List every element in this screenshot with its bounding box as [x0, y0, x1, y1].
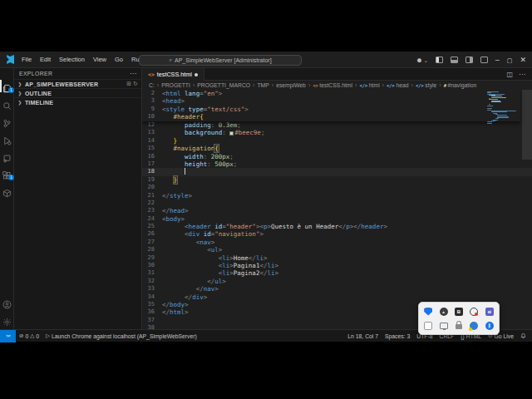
- code-line-27[interactable]: 27 <nav>: [142, 239, 532, 246]
- menu-file[interactable]: File: [18, 54, 35, 65]
- menu-edit[interactable]: Edit: [37, 54, 54, 65]
- menu-view[interactable]: View: [90, 54, 110, 65]
- editor-scrollbar[interactable]: [522, 90, 532, 160]
- code-line-28[interactable]: 28 <ul>: [142, 246, 532, 254]
- search-icon: ⌕: [169, 57, 172, 63]
- security-shield-icon[interactable]: [424, 308, 432, 316]
- breadcrumb-item[interactable]: esempiWeb: [276, 82, 306, 88]
- breadcrumb-item[interactable]: C:: [149, 82, 155, 88]
- breadcrumb-separator: ›: [192, 82, 195, 88]
- code-line-20[interactable]: 20: [142, 184, 532, 191]
- lock-icon[interactable]: [456, 324, 462, 329]
- code-line-14[interactable]: 14 }: [142, 137, 532, 145]
- remote-explorer-icon[interactable]: [2, 151, 12, 160]
- code-line-34[interactable]: 34 </div>: [142, 293, 532, 301]
- sidebar-section-timeline[interactable]: ❯TIMELINE: [14, 97, 141, 106]
- code-line-21[interactable]: 21</style>: [142, 192, 532, 200]
- breadcrumb-separator: ›: [308, 82, 311, 88]
- close-button[interactable]: ✕: [520, 57, 526, 64]
- line-content: [162, 168, 185, 175]
- line-content: <body>: [162, 215, 185, 223]
- code-line-3[interactable]: 3<head>: [142, 97, 520, 105]
- breadcrumb-item[interactable]: </>head: [387, 82, 409, 88]
- breadcrumb-separator: ›: [382, 82, 385, 88]
- copilot-menu-icon[interactable]: ☻⌄: [416, 57, 427, 64]
- sidebar-section-outline[interactable]: ❯OUTLINE: [14, 88, 141, 97]
- code-line-12[interactable]: 12 padding: 0.3em;: [142, 121, 532, 129]
- code-line-17[interactable]: 17 height: 500px;: [142, 160, 532, 168]
- red-swirl-app-icon[interactable]: [470, 308, 478, 316]
- modified-dot-icon[interactable]: [195, 73, 198, 76]
- code-line-15[interactable]: 15 #navigation{: [142, 145, 532, 152]
- container-cube-icon[interactable]: [2, 186, 12, 195]
- account-icon[interactable]: [2, 298, 12, 307]
- problems-status[interactable]: ⊘ 0 △ 0: [16, 332, 42, 339]
- code-line-2[interactable]: 2<html lang="en">: [142, 90, 520, 97]
- code-line-29[interactable]: 29 <li>Home</li>: [142, 254, 532, 262]
- breadcrumb-item[interactable]: TMP: [257, 82, 268, 88]
- toggle-panel-icon[interactable]: [451, 57, 458, 63]
- search-sidebar-icon[interactable]: [2, 99, 12, 108]
- notifications-bell-icon[interactable]: [517, 332, 530, 339]
- b-app-icon[interactable]: B: [455, 308, 463, 316]
- toggle-sidebar-icon[interactable]: [436, 57, 443, 63]
- code-line-22[interactable]: 22: [142, 200, 532, 207]
- symbol-tag-icon: </>: [359, 83, 367, 88]
- code-line-25[interactable]: 25 <header id="header"><p>Questo è un He…: [142, 223, 532, 230]
- menu-selection[interactable]: Selection: [56, 54, 88, 65]
- command-center-search[interactable]: ⌕ AP_SimpleWebServer [Administrator]: [139, 55, 302, 66]
- toggle-secondary-sidebar-icon[interactable]: [466, 57, 473, 63]
- code-line-10[interactable]: 10 #header{: [142, 113, 520, 121]
- purple-app-icon[interactable]: ai: [485, 308, 494, 316]
- explorer-more-icon[interactable]: ⋯: [130, 70, 136, 77]
- remote-indicator[interactable]: ><: [0, 330, 16, 342]
- code-line-23[interactable]: 23</head>: [142, 207, 532, 214]
- code-line-13[interactable]: 13 background: #beec9e;: [142, 129, 532, 136]
- split-editor-icon[interactable]: ◫: [506, 71, 513, 78]
- breadcrumb-item[interactable]: PROGETTI: [161, 82, 190, 88]
- sidebar-section-ap_simplewebserver[interactable]: ❯AP_SIMPLEWEBSERVER⊞ ↻: [14, 79, 141, 88]
- section-actions[interactable]: ⊞ ↻: [126, 81, 138, 87]
- breadcrumb-item[interactable]: <>testCSS.html: [313, 82, 352, 88]
- minimize-button[interactable]: –: [495, 57, 500, 64]
- breadcrumb-item[interactable]: </>html: [359, 82, 379, 88]
- code-line-32[interactable]: 32 </ul>: [142, 278, 532, 285]
- explorer-icon[interactable]: 1: [2, 81, 12, 91]
- sticky-scroll[interactable]: 2<html lang="en">3<head>9<style type="te…: [142, 90, 520, 121]
- user-alert-icon[interactable]: [470, 322, 478, 330]
- minimap-line: [497, 117, 509, 118]
- code-line-18[interactable]: 18: [142, 168, 532, 175]
- tab-testcss[interactable]: <> testCSS.html: [142, 68, 204, 81]
- code-line-30[interactable]: 30 <li>Pagina1</li>: [142, 262, 532, 269]
- editor-more-icon[interactable]: ⋯: [519, 71, 525, 78]
- menu-go[interactable]: Go: [111, 54, 126, 65]
- bluetooth-icon[interactable]: ᛒ: [485, 322, 494, 330]
- code-line-19[interactable]: 19 }: [142, 176, 532, 184]
- breadcrumb-item[interactable]: PROGETTI_MARCO: [197, 82, 250, 88]
- code-area[interactable]: 2<html lang="en">3<head>9<style type="te…: [142, 90, 532, 329]
- breadcrumb-separator: ›: [411, 82, 414, 88]
- indentation-status[interactable]: Spaces: 3: [382, 333, 413, 339]
- monitor-icon[interactable]: [440, 323, 448, 329]
- settings-gear-icon[interactable]: [2, 315, 12, 324]
- extensions-icon[interactable]: 1: [2, 169, 12, 178]
- customize-layout-icon[interactable]: [480, 57, 488, 63]
- breadcrumb-item[interactable]: </>style: [416, 82, 436, 88]
- debug-launch-status[interactable]: ▷ Launch Chrome against localhost (AP_Si…: [42, 332, 200, 339]
- minimap[interactable]: [487, 91, 519, 126]
- dark-circle-app-icon[interactable]: ▴: [440, 308, 448, 316]
- outline-square-icon[interactable]: [424, 322, 432, 330]
- run-debug-icon[interactable]: [2, 134, 12, 143]
- code-line-16[interactable]: 16 width: 200px;: [142, 153, 532, 160]
- code-line-31[interactable]: 31 <li>Pagina2</li>: [142, 269, 532, 277]
- line-col-status[interactable]: Ln 18, Col 7: [344, 333, 382, 339]
- restore-button[interactable]: ▢: [507, 57, 513, 64]
- code-line-9[interactable]: 9<style type="text/css">: [142, 106, 520, 113]
- code-line-33[interactable]: 33 </nav>: [142, 285, 532, 293]
- code-lines[interactable]: 12 padding: 0.3em;13 background: #beec9e…: [142, 121, 532, 329]
- breadcrumb-item[interactable]: ##navigation: [444, 82, 477, 88]
- line-number: 22: [142, 200, 155, 207]
- code-line-24[interactable]: 24<body>: [142, 215, 532, 223]
- code-line-26[interactable]: 26 <div id="navigation">: [142, 230, 532, 238]
- source-control-icon[interactable]: [2, 116, 12, 126]
